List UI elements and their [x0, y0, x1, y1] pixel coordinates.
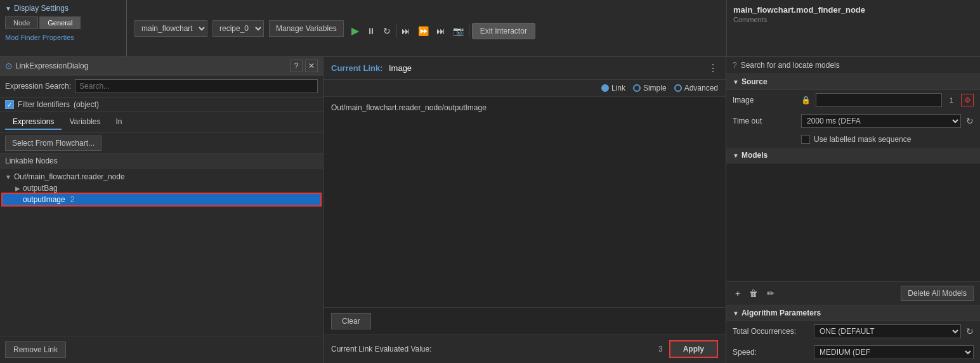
tab-node[interactable]: Node — [5, 16, 38, 29]
models-header: ▼ Models — [726, 148, 980, 163]
radio-advanced-label: Advanced — [684, 84, 718, 92]
filter-checkbox[interactable]: ✓ — [5, 100, 14, 109]
rp-search-text: Search for and locate models — [741, 61, 840, 70]
clear-button[interactable]: Clear — [331, 313, 371, 329]
link-mode-row: Link Simple Advanced — [323, 80, 726, 97]
tree-area: ▼ Out/main_flowchart.reader_node ▶ outpu… — [0, 169, 323, 336]
tab-in[interactable]: In — [108, 115, 130, 130]
models-toolbar: + 🗑 ✏ Delete All Models — [726, 282, 980, 305]
clear-btn-row: Clear — [323, 307, 726, 334]
fast-forward-button[interactable]: ⏩ — [415, 25, 431, 37]
mask-checkbox[interactable] — [801, 135, 810, 144]
filter-type: (object) — [74, 100, 99, 109]
display-settings-panel: ▼ Display Settings Node General Mod Find… — [0, 0, 127, 56]
right-panel-title: main_flowchart.mod_finder_node — [733, 5, 974, 15]
manage-variables-button[interactable]: Manage Variables — [269, 20, 344, 37]
radio-advanced[interactable]: Advanced — [674, 84, 718, 92]
image-label: Image — [733, 96, 796, 105]
help-button[interactable]: ? — [290, 60, 303, 72]
separator — [396, 25, 396, 37]
tree-item-root[interactable]: ▼ Out/main_flowchart.reader_node — [3, 171, 320, 182]
dialog-title-bar: ⊙ LinkExpressionDialog ? ✕ — [0, 57, 323, 75]
speed-select[interactable]: MEDIUM (DEF — [814, 345, 974, 359]
filter-row: ✓ Filter Identifiers (object) — [0, 98, 323, 112]
mask-label: Use labelled mask sequence — [814, 135, 911, 144]
timeout-label: Time out — [733, 117, 796, 125]
tree-child1-label: outputBag — [23, 184, 58, 193]
models-label: Models — [742, 151, 768, 160]
marker-1-label: 1 — [950, 96, 953, 104]
edit-model-button[interactable]: ✏ — [764, 287, 777, 300]
tree-root-label: Out/main_flowchart.reader_node — [14, 172, 125, 181]
close-button[interactable]: ✕ — [305, 60, 318, 72]
filter-label: Filter Identifiers — [18, 100, 70, 109]
cycle-icon-button[interactable]: ↻ — [966, 116, 974, 126]
delete-all-models-button[interactable]: Delete All Models — [901, 286, 974, 301]
search-icon: ? — [733, 61, 737, 70]
algo-arrow-icon: ▼ — [733, 310, 739, 317]
tab-variables[interactable]: Variables — [62, 115, 108, 130]
flowchart-select[interactable]: main_flowchart — [134, 20, 207, 37]
more-options-button[interactable]: ⋮ — [708, 62, 718, 74]
apply-button[interactable]: Apply — [669, 340, 718, 358]
select-from-flowchart-button[interactable]: Select From Flowchart... — [5, 136, 101, 151]
step-button[interactable]: ⏭ — [399, 25, 413, 37]
eval-label: Current Link Evaluated Value: — [331, 345, 432, 353]
playback-controls: ▶ ⏸ ↻ ⏭ ⏩ ⏭ 📷 Exit Interactor — [349, 23, 719, 39]
radio-simple-label: Simple — [643, 84, 667, 92]
separator2 — [469, 25, 469, 37]
current-link-bar: Current Link: Image ⋮ — [323, 57, 726, 80]
tab-expressions[interactable]: Expressions — [5, 115, 62, 130]
mod-finder-link[interactable]: Mod Finder Properties — [5, 34, 74, 41]
timeout-prop-row: Time out 2000 ms (DEFA ↻ — [726, 111, 980, 132]
link-value-area: Out/main_flowchart.reader_node/outputIma… — [323, 97, 726, 307]
tabs-row: Expressions Variables In — [0, 112, 323, 133]
camera-button[interactable]: 📷 — [450, 25, 466, 37]
recipe-select[interactable]: recipe_0 — [212, 20, 264, 37]
refresh-button[interactable]: ↻ — [381, 25, 393, 37]
dialog-buttons: ? ✕ — [290, 60, 318, 72]
current-link-info: Current Link: Image — [331, 63, 412, 73]
total-occ-cycle-button[interactable]: ↻ — [966, 326, 974, 336]
total-occ-select[interactable]: ONE (DEFAULT — [814, 324, 961, 338]
display-tab-row: Node General — [5, 16, 121, 29]
lock-icon: 🔒 — [801, 96, 811, 105]
dialog-title-label: LinkExpressionDialog — [15, 61, 88, 70]
algo-label: Algorithm Parameters — [742, 309, 821, 317]
rp-search-row: ? Search for and locate models — [726, 57, 980, 74]
search-row: Expression Search: — [0, 75, 323, 98]
delete-model-button[interactable]: 🗑 — [747, 287, 761, 300]
linkable-nodes-header: Linkable Nodes — [0, 154, 323, 169]
radio-link-dot — [601, 84, 609, 92]
left-panel: ⊙ LinkExpressionDialog ? ✕ Expression Se… — [0, 57, 323, 363]
models-area — [726, 163, 980, 282]
tree-child2-label: outputImage — [23, 195, 65, 204]
display-settings-label: Display Settings — [14, 4, 69, 13]
gear-button[interactable]: ⚙ — [961, 94, 974, 106]
image-prop-row: Image 🔒 1 ⚙ — [726, 90, 980, 111]
link-value-text: Out/main_flowchart.reader_node/outputIma… — [331, 103, 487, 112]
radio-simple[interactable]: Simple — [633, 84, 667, 92]
radio-link[interactable]: Link — [601, 84, 625, 92]
skip-button[interactable]: ⏭ — [434, 25, 448, 37]
pause-button[interactable]: ⏸ — [364, 25, 378, 37]
tree-item-outputimage[interactable]: outputImage 2 — [3, 194, 320, 205]
timeout-select[interactable]: 2000 ms (DEFA — [801, 114, 961, 128]
remove-link-bar: Remove Link — [0, 336, 323, 363]
tree-collapse-icon: ▼ — [5, 174, 11, 181]
source-arrow-icon: ▼ — [733, 79, 739, 86]
dialog-icon: ⊙ — [5, 61, 13, 71]
expression-search-input[interactable] — [75, 79, 318, 93]
top-bar: ▼ Display Settings Node General Mod Find… — [0, 0, 980, 57]
search-label: Expression Search: — [5, 82, 71, 91]
radio-link-label: Link — [611, 84, 625, 92]
tab-general[interactable]: General — [39, 16, 81, 29]
remove-link-button[interactable]: Remove Link — [5, 341, 66, 358]
mask-checkbox-row: Use labelled mask sequence — [726, 132, 980, 148]
play-button[interactable]: ▶ — [349, 23, 362, 38]
add-model-button[interactable]: + — [733, 287, 743, 300]
source-label: Source — [742, 77, 768, 86]
tree-item-outputbag[interactable]: ▶ outputBag — [3, 182, 320, 194]
exit-interactor-button[interactable]: Exit Interactor — [472, 23, 535, 39]
image-input[interactable] — [816, 93, 942, 107]
